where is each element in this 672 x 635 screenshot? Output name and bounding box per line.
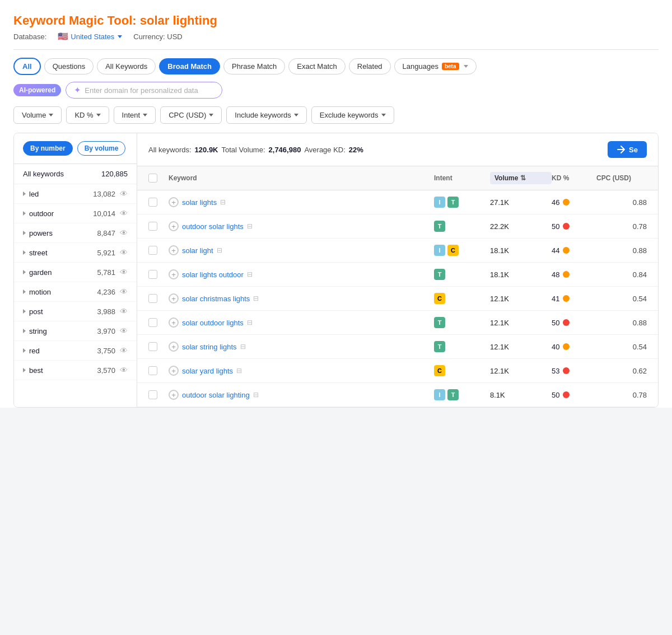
eye-icon[interactable]: 👁 (120, 189, 128, 198)
sidebar-all-label: All keywords (23, 170, 64, 178)
add-keyword-icon[interactable]: + (169, 245, 179, 255)
col-volume-header[interactable]: Volume ⇅ (490, 172, 552, 184)
eye-icon[interactable]: 👁 (120, 326, 128, 335)
stats-count: 120.9K (195, 146, 218, 154)
copy-icon[interactable]: ⊟ (217, 246, 222, 254)
cpc-cell: 0.54 (596, 343, 647, 351)
copy-icon[interactable]: ⊟ (247, 270, 253, 278)
table-row: + outdoor solar lighting ⊟ IT 8.1K 50 0.… (137, 383, 658, 407)
database-chevron-icon (118, 35, 122, 38)
ai-domain-input[interactable]: ✦ Enter domain for personalized data (66, 82, 222, 99)
sidebar-items-container: led 13,082 👁 outdoor 10,014 👁 powers 8,8… (14, 184, 137, 380)
sidebar-item[interactable]: red 3,750 👁 (14, 341, 137, 361)
copy-icon[interactable]: ⊟ (253, 295, 259, 302)
add-keyword-icon[interactable]: + (169, 318, 179, 328)
sidebar-item[interactable]: string 3,970 👁 (14, 321, 137, 341)
eye-icon[interactable]: 👁 (120, 209, 128, 218)
eye-icon[interactable]: 👁 (120, 287, 128, 296)
sidebar-item-left: street (23, 249, 48, 257)
add-keyword-icon[interactable]: + (169, 366, 179, 376)
tab-languages[interactable]: Languages beta (394, 58, 477, 74)
filter-exclude-label: Exclude keywords (320, 111, 379, 119)
add-keyword-icon[interactable]: + (169, 293, 179, 304)
sidebar-item-name: red (29, 347, 40, 355)
sidebar-item[interactable]: street 5,921 👁 (14, 243, 137, 263)
copy-icon[interactable]: ⊟ (247, 319, 253, 326)
row-checkbox[interactable] (148, 342, 157, 351)
sidebar-item-right: 5,781 👁 (97, 268, 128, 277)
sidebar-item[interactable]: garden 5,781 👁 (14, 263, 137, 282)
row-checkbox[interactable] (148, 318, 157, 327)
keyword-text[interactable]: outdoor solar lighting (182, 391, 250, 399)
row-checkbox[interactable] (148, 270, 157, 279)
sidebar-item[interactable]: powers 8,847 👁 (14, 223, 137, 243)
sidebar-item[interactable]: best 3,570 👁 (14, 361, 137, 380)
keyword-text[interactable]: solar lights outdoor (182, 270, 244, 279)
row-checkbox[interactable] (148, 198, 157, 207)
eye-icon[interactable]: 👁 (120, 268, 128, 277)
sidebar-item[interactable]: motion 4,236 👁 (14, 282, 137, 302)
page-query: solar lighting (140, 13, 217, 27)
tab-all[interactable]: All (13, 58, 41, 75)
filter-intent[interactable]: Intent (114, 106, 156, 124)
copy-icon[interactable]: ⊟ (253, 391, 259, 399)
add-keyword-icon[interactable]: + (169, 390, 179, 400)
filter-include[interactable]: Include keywords (226, 106, 306, 124)
row-checkbox[interactable] (148, 222, 157, 231)
sort-by-volume-button[interactable]: By volume (77, 141, 126, 156)
database-link[interactable]: 🇺🇸 United States (58, 31, 122, 41)
filter-kd-label: KD % (74, 111, 93, 119)
eye-icon[interactable]: 👁 (120, 248, 128, 257)
eye-icon[interactable]: 👁 (120, 307, 128, 316)
row-checkbox[interactable] (148, 366, 157, 375)
add-keyword-icon[interactable]: + (169, 269, 179, 279)
tab-broad-match[interactable]: Broad Match (159, 58, 220, 74)
filter-volume[interactable]: Volume (13, 106, 62, 124)
sidebar-item[interactable]: outdoor 10,014 👁 (14, 204, 137, 223)
keyword-text[interactable]: solar light (182, 246, 213, 255)
intent-badge-c: C (434, 365, 445, 376)
flag-icon: 🇺🇸 (58, 31, 68, 41)
copy-icon[interactable]: ⊟ (236, 367, 242, 375)
keyword-text[interactable]: solar yard lights (182, 367, 233, 375)
row-checkbox[interactable] (148, 390, 157, 399)
header-checkbox[interactable] (148, 174, 157, 183)
send-button[interactable]: Se (608, 141, 647, 158)
tab-phrase-match[interactable]: Phrase Match (223, 58, 285, 74)
intent-badge-i: I (434, 389, 445, 400)
eye-icon[interactable]: 👁 (120, 346, 128, 355)
cpc-cell: 0.62 (596, 367, 647, 375)
sort-by-number-button[interactable]: By number (23, 141, 73, 156)
keyword-text[interactable]: outdoor solar lights (182, 222, 244, 231)
row-checkbox[interactable] (148, 246, 157, 255)
kd-cell: 50 (552, 222, 596, 231)
copy-icon[interactable]: ⊟ (220, 198, 226, 206)
sidebar-item[interactable]: post 3,988 👁 (14, 302, 137, 321)
sidebar-item[interactable]: led 13,082 👁 (14, 184, 137, 204)
tab-exact-match[interactable]: Exact Match (288, 58, 346, 74)
tab-related[interactable]: Related (349, 58, 391, 74)
add-keyword-icon[interactable]: + (169, 221, 179, 231)
add-keyword-icon[interactable]: + (169, 342, 179, 352)
sidebar-item-count: 10,014 (93, 209, 115, 218)
eye-icon[interactable]: 👁 (120, 366, 128, 375)
filter-cpc[interactable]: CPC (USD) (160, 106, 222, 124)
chevron-right-icon (23, 270, 26, 274)
filter-exclude[interactable]: Exclude keywords (311, 106, 394, 124)
copy-icon[interactable]: ⊟ (240, 343, 246, 351)
filter-kd[interactable]: KD % (66, 106, 109, 124)
intent-cell: T (434, 341, 490, 352)
row-checkbox[interactable] (148, 294, 157, 303)
keyword-text[interactable]: solar christmas lights (182, 295, 250, 303)
tab-all-keywords[interactable]: All Keywords (97, 58, 156, 74)
eye-icon[interactable]: 👁 (120, 228, 128, 237)
keyword-text[interactable]: solar lights (182, 198, 217, 207)
copy-icon[interactable]: ⊟ (247, 222, 253, 230)
intent-cell: IT (434, 197, 490, 208)
keyword-text[interactable]: solar outdoor lights (182, 319, 244, 327)
sidebar-item-count: 8,847 (97, 229, 115, 237)
add-keyword-icon[interactable]: + (169, 197, 179, 207)
tab-questions[interactable]: Questions (44, 58, 94, 74)
keyword-text[interactable]: solar string lights (182, 343, 237, 351)
sidebar-item-left: string (23, 327, 47, 335)
